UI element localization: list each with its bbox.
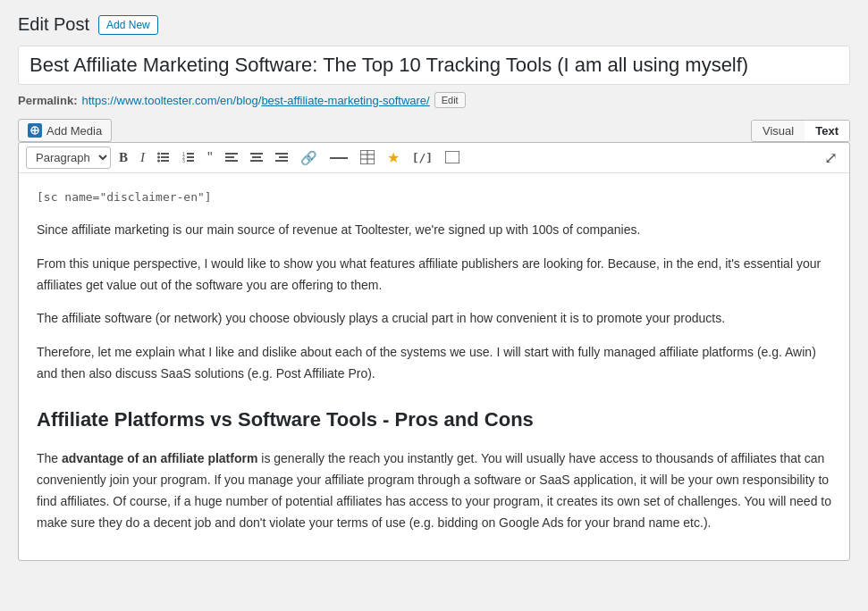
svg-rect-18: [250, 153, 263, 155]
edit-post-header: Edit Post Add New: [18, 14, 850, 35]
link-button[interactable]: 🔗: [296, 148, 322, 167]
svg-rect-25: [330, 157, 348, 159]
align-left-icon: [225, 151, 238, 163]
svg-rect-5: [161, 160, 169, 162]
add-media-label: Add Media: [46, 124, 102, 138]
svg-rect-11: [187, 160, 194, 162]
svg-rect-22: [279, 156, 288, 158]
content-p5-bold: advantage of an affiliate platform: [62, 451, 257, 465]
svg-rect-3: [161, 153, 169, 155]
ordered-list-button[interactable]: 1 2 3: [178, 148, 199, 168]
table-button[interactable]: [356, 147, 379, 169]
editor-content[interactable]: [sc name="disclaimer-en"] Since affiliat…: [19, 173, 849, 560]
toolbar-left: Paragraph B I: [26, 146, 464, 169]
italic-button[interactable]: I: [136, 148, 149, 167]
content-p2: From this unique perspective, I would li…: [37, 254, 831, 297]
permalink-row: Permalink: https://www.tooltester.com/en…: [18, 92, 850, 108]
tab-text[interactable]: Text: [805, 121, 849, 141]
ul-icon: [157, 151, 170, 163]
code-button[interactable]: [/]: [408, 149, 437, 166]
html-button[interactable]: [441, 148, 464, 168]
content-p4: Therefore, let me explain what I like an…: [37, 342, 831, 385]
svg-rect-21: [275, 153, 288, 155]
svg-point-7: [157, 155, 160, 158]
svg-rect-16: [225, 156, 234, 158]
post-title-input[interactable]: [18, 46, 850, 85]
editor-container: Paragraph B I: [18, 142, 850, 561]
svg-point-6: [157, 152, 160, 155]
more-icon: [330, 154, 348, 163]
media-icon-svg: [30, 126, 39, 135]
visual-text-tabs: Visual Text: [751, 120, 850, 142]
permalink-edit-button[interactable]: Edit: [434, 92, 466, 108]
align-right-icon: [275, 151, 288, 163]
content-h2: Affiliate Platforms vs Software Tools - …: [37, 403, 831, 436]
table-icon: [360, 150, 375, 164]
permalink-label: Permalink:: [18, 94, 77, 107]
svg-text:3: 3: [182, 158, 185, 163]
svg-rect-20: [250, 160, 263, 162]
star-button[interactable]: ★: [383, 148, 404, 168]
fullscreen-button[interactable]: ⤢: [820, 147, 842, 169]
page-title: Edit Post: [18, 14, 89, 35]
svg-rect-19: [252, 156, 261, 158]
html-icon: [445, 151, 459, 163]
align-center-icon: [250, 151, 263, 163]
svg-rect-30: [445, 151, 459, 163]
editor-toolbar-top: Add Media Visual Text: [18, 119, 850, 142]
editor-toolbar-row: Paragraph B I: [19, 143, 849, 173]
svg-rect-9: [187, 153, 194, 155]
svg-rect-15: [225, 153, 238, 155]
add-media-button[interactable]: Add Media: [18, 119, 112, 142]
svg-rect-23: [275, 160, 288, 162]
svg-rect-4: [161, 156, 169, 158]
shortcode-paragraph: [sc name="disclaimer-en"]: [37, 188, 831, 207]
align-center-button[interactable]: [246, 148, 267, 168]
align-left-button[interactable]: [221, 148, 242, 168]
svg-rect-17: [225, 160, 238, 162]
unordered-list-button[interactable]: [153, 148, 174, 168]
add-new-button[interactable]: Add New: [98, 15, 158, 35]
add-media-icon: [28, 123, 42, 138]
content-p5: The advantage of an affiliate platform i…: [37, 448, 831, 533]
blockquote-button[interactable]: ": [203, 148, 217, 168]
tab-visual[interactable]: Visual: [752, 121, 805, 141]
more-button[interactable]: [325, 149, 352, 167]
svg-point-8: [157, 159, 160, 162]
bold-button[interactable]: B: [114, 148, 132, 167]
format-select[interactable]: Paragraph: [26, 146, 111, 169]
permalink-url[interactable]: https://www.tooltester.com/en/blog/best-…: [81, 94, 429, 107]
content-p3: The affiliate software (or network) you …: [37, 308, 831, 330]
content-p1: Since affiliate marketing is our main so…: [37, 220, 831, 241]
align-right-button[interactable]: [271, 148, 292, 168]
ol-icon: 1 2 3: [182, 151, 195, 163]
svg-rect-10: [187, 156, 194, 158]
